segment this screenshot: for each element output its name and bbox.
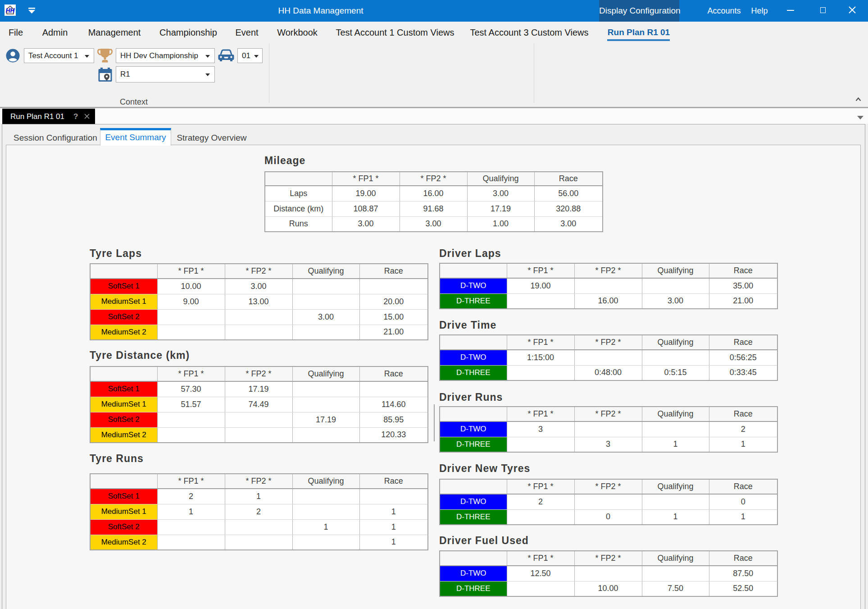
svg-text:HH: HH bbox=[5, 7, 15, 14]
